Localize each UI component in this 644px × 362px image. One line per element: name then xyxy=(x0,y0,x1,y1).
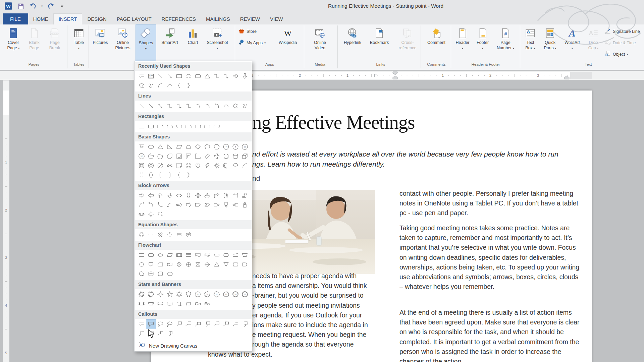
ribbon-button-footer[interactable]: Footer▾ xyxy=(473,24,492,61)
shape-bracket-pair-icon[interactable] xyxy=(137,170,146,180)
shape-hexagon-icon[interactable] xyxy=(212,142,221,152)
shape-chord-icon[interactable] xyxy=(156,152,165,161)
shape-callout-cloud-icon[interactable] xyxy=(165,319,174,329)
shape-fc-internal-icon[interactable] xyxy=(184,250,193,260)
shape-star4-icon[interactable] xyxy=(156,290,165,299)
shape-line-icon[interactable] xyxy=(156,71,165,81)
shape-lc4d-icon[interactable] xyxy=(240,319,250,329)
shape-arc-icon[interactable] xyxy=(240,161,250,170)
shape-eq-mult-icon[interactable] xyxy=(156,230,165,239)
ribbon-button-chart[interactable]: Chart xyxy=(183,24,203,61)
shape-plaque-icon[interactable] xyxy=(221,152,231,161)
shape-round1-icon[interactable] xyxy=(193,122,203,131)
shape-lc1-icon[interactable] xyxy=(174,319,184,329)
shape-fc-seq-icon[interactable] xyxy=(137,269,146,279)
shape-arrow-bentup-icon[interactable] xyxy=(240,191,250,200)
shape-fc-term-icon[interactable] xyxy=(212,250,221,260)
shape-notched-icon[interactable] xyxy=(184,200,193,209)
tab-review[interactable]: REVIEW xyxy=(235,13,265,24)
shape-fc-doc-icon[interactable] xyxy=(193,250,203,260)
ribbon-button-cover-page[interactable]: CoverPage ▾ xyxy=(3,24,24,61)
save-icon[interactable] xyxy=(17,2,25,10)
shape-star5-icon[interactable] xyxy=(165,290,174,299)
shape-arrow-right-icon[interactable] xyxy=(231,71,240,81)
shape-moon-icon[interactable] xyxy=(221,161,231,170)
shape-lc3d-icon[interactable] xyxy=(231,319,240,329)
shape-elbow-arrow-icon[interactable] xyxy=(221,71,231,81)
ribbon-button-pictures[interactable]: Pictures xyxy=(91,24,110,61)
new-drawing-canvas-item[interactable]: ANew Drawing Canvas xyxy=(135,340,252,351)
ribbon-button-hyperlink[interactable]: Hyperlink xyxy=(339,24,366,61)
ribbon-button-drop-cap[interactable]: ADropCap ▾ xyxy=(584,24,603,61)
shape-lc4-icon[interactable] xyxy=(203,319,212,329)
ribbon-button-screenshot[interactable]: Screenshot▾ xyxy=(203,24,232,61)
shape-no-symbol-icon[interactable] xyxy=(156,161,165,170)
shape-freeform-icon[interactable] xyxy=(137,81,146,90)
shape-fc-stored-icon[interactable] xyxy=(231,260,240,269)
shape-brace-pair-icon[interactable] xyxy=(146,170,156,180)
shape-diag-stripe-icon[interactable] xyxy=(203,152,212,161)
shape-arrow-bent-icon[interactable] xyxy=(212,191,221,200)
shape-star6-icon[interactable] xyxy=(174,290,184,299)
ribbon-button-blank-page[interactable]: BlankPage xyxy=(24,24,44,61)
shape-round2same-icon[interactable] xyxy=(203,122,212,131)
shape-oval-icon[interactable] xyxy=(184,71,193,81)
tab-mailings[interactable]: MAILINGS xyxy=(201,13,235,24)
shape-fc-display-icon[interactable] xyxy=(165,269,174,279)
ribbon-button-wordart[interactable]: AWordArt▾ xyxy=(561,24,584,61)
shape-smiley-icon[interactable] xyxy=(184,161,193,170)
shape-round-rect-icon[interactable] xyxy=(146,122,156,131)
shape-star7-icon[interactable] xyxy=(184,290,193,299)
ribbon-button-object[interactable]: Object ▾ xyxy=(603,51,644,58)
shape-parallelogram-icon[interactable] xyxy=(174,142,184,152)
shape-round-rect-icon[interactable] xyxy=(193,71,203,81)
shape-arrow-icon[interactable] xyxy=(165,71,174,81)
shape-ngon10-icon[interactable]: 10 xyxy=(240,142,250,152)
shape-curved-d-icon[interactable] xyxy=(165,200,174,209)
shape-arrow-lup-icon[interactable] xyxy=(231,191,240,200)
shape-scroll-h-icon[interactable] xyxy=(184,299,193,308)
shape-oval-icon[interactable] xyxy=(146,142,156,152)
ribbon-button-comment[interactable]: Comment xyxy=(423,24,450,61)
ribbon-button-table[interactable]: Table▾ xyxy=(69,24,89,61)
shape-arrow-double-icon[interactable] xyxy=(156,101,165,111)
shape-triangle-icon[interactable] xyxy=(203,71,212,81)
shape-pentagon-icon[interactable] xyxy=(203,142,212,152)
shape-donut-icon[interactable] xyxy=(146,161,156,170)
shape-fc-sort-icon[interactable] xyxy=(203,260,212,269)
ribbon-button-online-pictures[interactable]: OnlinePictures xyxy=(110,24,136,61)
shape-striped-icon[interactable] xyxy=(174,200,184,209)
undo-caret-icon[interactable]: ▾ xyxy=(41,4,43,8)
shape-fc-conn-icon[interactable] xyxy=(137,260,146,269)
qat-more-icon[interactable] xyxy=(59,3,65,9)
shape-fc-delay-icon[interactable] xyxy=(240,260,250,269)
ribbon-button-header[interactable]: Header▾ xyxy=(452,24,473,61)
shape-elbow-arrow-icon[interactable] xyxy=(174,101,184,111)
ribbon-button-datetime[interactable]: Date & Time xyxy=(603,39,644,47)
shape-curved-icon[interactable] xyxy=(193,101,203,111)
shape-fc-manop-icon[interactable] xyxy=(240,250,250,260)
ribbon-button-page-break[interactable]: PageBreak xyxy=(44,24,65,61)
shape-fc-sum-icon[interactable] xyxy=(174,260,184,269)
ribbon-button-bookmark[interactable]: Bookmark xyxy=(366,24,393,61)
shape-freeform-icon[interactable] xyxy=(231,101,240,111)
shape-seal8-icon[interactable]: 8 xyxy=(193,290,203,299)
shape-teardrop-icon[interactable] xyxy=(165,152,174,161)
shape-ribbon-up-icon[interactable] xyxy=(137,299,146,308)
shape-elbow-icon[interactable] xyxy=(165,101,174,111)
shape-fc-predef-icon[interactable] xyxy=(174,250,184,260)
shape-triangle-icon[interactable] xyxy=(156,142,165,152)
shape-co-right-icon[interactable] xyxy=(212,200,221,209)
ribbon-button-page-number[interactable]: #PageNumber ▾ xyxy=(492,24,519,61)
shape-curved-r-icon[interactable] xyxy=(137,200,146,209)
shape-half-frame-icon[interactable] xyxy=(184,152,193,161)
tab-file[interactable]: FILE xyxy=(3,13,28,24)
shape-fc-decision-icon[interactable] xyxy=(156,250,165,260)
tab-references[interactable]: REFERENCES xyxy=(157,13,201,24)
ribbon-button-online-video[interactable]: OnlineVideo xyxy=(306,24,334,61)
shape-fc-process-icon[interactable] xyxy=(137,250,146,260)
ribbon-button-smartart[interactable]: SmartArt xyxy=(156,24,183,61)
shape-circ-arrow-icon[interactable] xyxy=(156,209,165,219)
shape-eq-noteq-icon[interactable] xyxy=(184,230,193,239)
shape-block-arc-icon[interactable] xyxy=(165,161,174,170)
